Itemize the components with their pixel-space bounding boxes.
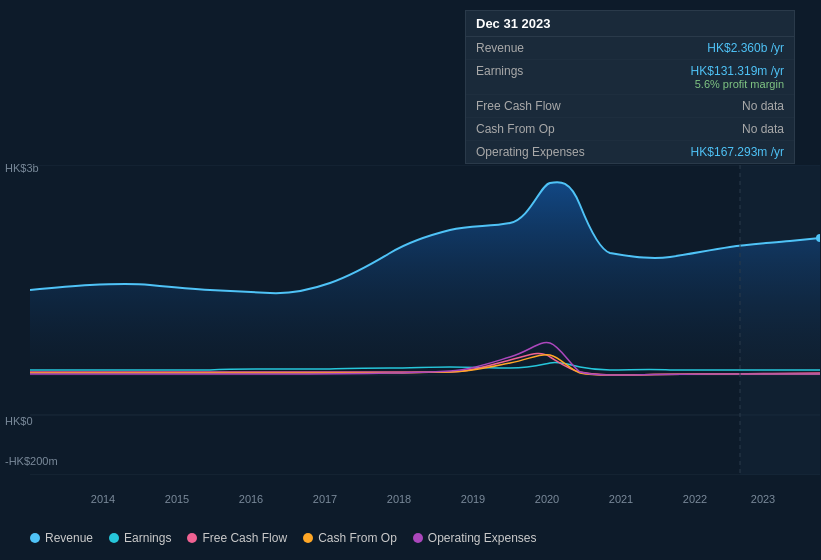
cfo-value: No data: [742, 122, 784, 136]
x-label-2018: 2018: [387, 493, 411, 505]
x-label-2023: 2023: [751, 493, 775, 505]
revenue-value: HK$2.360b /yr: [707, 41, 784, 55]
earnings-legend-label: Earnings: [124, 531, 171, 545]
earnings-dot: [109, 533, 119, 543]
tooltip-row-opex: Operating Expenses HK$167.293m /yr: [466, 141, 794, 163]
x-label-2021: 2021: [609, 493, 633, 505]
earnings-value-group: HK$131.319m /yr 5.6% profit margin: [691, 64, 784, 90]
revenue-legend-label: Revenue: [45, 531, 93, 545]
tooltip-row-revenue: Revenue HK$2.360b /yr: [466, 37, 794, 60]
cfo-label: Cash From Op: [476, 122, 555, 136]
legend-item-earnings[interactable]: Earnings: [109, 531, 171, 545]
legend-item-revenue[interactable]: Revenue: [30, 531, 93, 545]
x-label-2015: 2015: [165, 493, 189, 505]
profit-badge: 5.6% profit margin: [695, 78, 784, 90]
chart-svg: [30, 165, 820, 475]
legend: Revenue Earnings Free Cash Flow Cash Fro…: [30, 531, 537, 545]
cfo-dot: [303, 533, 313, 543]
legend-item-cfo[interactable]: Cash From Op: [303, 531, 397, 545]
x-label-2022: 2022: [683, 493, 707, 505]
legend-item-opex[interactable]: Operating Expenses: [413, 531, 537, 545]
opex-value: HK$167.293m /yr: [691, 145, 784, 159]
x-label-2017: 2017: [313, 493, 337, 505]
revenue-dot: [30, 533, 40, 543]
tooltip-header: Dec 31 2023: [466, 11, 794, 37]
x-label-2019: 2019: [461, 493, 485, 505]
cfo-legend-label: Cash From Op: [318, 531, 397, 545]
y-label-mid: HK$0: [5, 415, 33, 427]
revenue-label: Revenue: [476, 41, 524, 55]
fcf-value: No data: [742, 99, 784, 113]
opex-legend-label: Operating Expenses: [428, 531, 537, 545]
x-label-2020: 2020: [535, 493, 559, 505]
tooltip-row-cfo: Cash From Op No data: [466, 118, 794, 141]
x-label-2016: 2016: [239, 493, 263, 505]
opex-label: Operating Expenses: [476, 145, 585, 159]
opex-dot: [413, 533, 423, 543]
x-label-2014: 2014: [91, 493, 115, 505]
legend-item-fcf[interactable]: Free Cash Flow: [187, 531, 287, 545]
tooltip-row-earnings: Earnings HK$131.319m /yr 5.6% profit mar…: [466, 60, 794, 95]
fcf-label: Free Cash Flow: [476, 99, 561, 113]
chart-container: Dec 31 2023 Revenue HK$2.360b /yr Earnin…: [0, 0, 821, 560]
fcf-dot: [187, 533, 197, 543]
earnings-value: HK$131.319m /yr: [691, 64, 784, 78]
earnings-label: Earnings: [476, 64, 523, 90]
fcf-legend-label: Free Cash Flow: [202, 531, 287, 545]
tooltip: Dec 31 2023 Revenue HK$2.360b /yr Earnin…: [465, 10, 795, 164]
tooltip-row-fcf: Free Cash Flow No data: [466, 95, 794, 118]
